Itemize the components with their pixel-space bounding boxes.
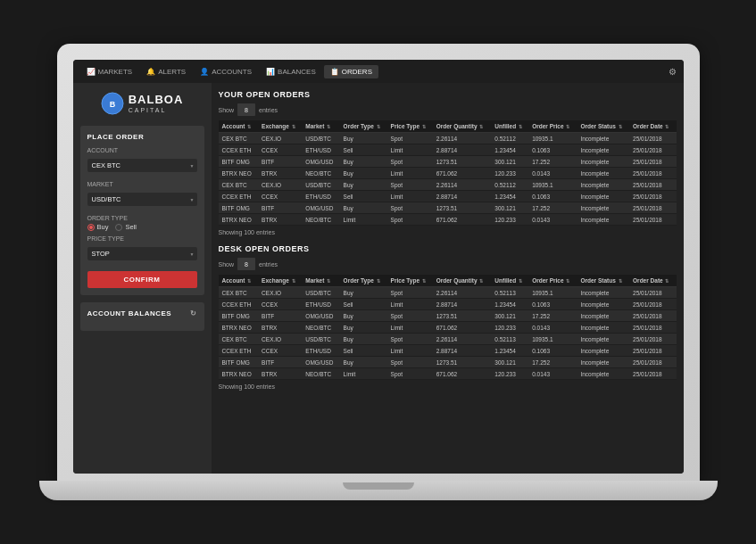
- col-status: Order Status ⇅: [577, 120, 629, 133]
- sort-price-type[interactable]: ⇅: [422, 124, 426, 129]
- sort-status[interactable]: ⇅: [619, 124, 622, 129]
- tab-markets[interactable]: 📈 MARKETS: [80, 65, 139, 78]
- cell-market: USD/BTC: [302, 334, 339, 345]
- cell-price: 17.252: [528, 202, 577, 214]
- cell-price-type: Spot: [387, 133, 433, 144]
- account-label: Account: [87, 147, 197, 153]
- tab-alerts[interactable]: 🔔 ALERTS: [140, 65, 192, 78]
- desk-col-account: Account ⇅: [219, 275, 259, 287]
- sell-label: Sell: [125, 223, 137, 231]
- cell-market: NEO/BTC: [302, 214, 339, 226]
- cell-date: 25/01/2018: [629, 322, 676, 334]
- cell-date: 25/01/2018: [629, 214, 676, 226]
- cell-unfilled: 120.233: [491, 322, 528, 334]
- cell-status: Incomplete: [577, 322, 629, 334]
- cell-quantity: 671.062: [433, 322, 492, 334]
- desk-sort-order-type[interactable]: ⇅: [377, 278, 380, 284]
- tab-orders-label: ORDERS: [342, 68, 372, 76]
- cell-date: 25/01/2018: [629, 368, 676, 380]
- cell-quantity: 1273.51: [433, 156, 492, 168]
- tab-alerts-label: ALERTS: [158, 68, 186, 76]
- cell-date: 25/01/2018: [629, 299, 676, 310]
- cell-quantity: 671.062: [433, 168, 492, 179]
- table-row: BITF OMG BITF OMG/USD Buy Spot 1273.51 3…: [219, 202, 677, 214]
- show-label-open: Show: [219, 107, 235, 113]
- refresh-icon[interactable]: ↻: [190, 309, 197, 317]
- table-row: BITF OMG BITF OMG/USD Buy Spot 1273.51 3…: [219, 310, 677, 322]
- cell-price: 17.252: [528, 357, 577, 368]
- market-select-wrapper: USD/BTC: [87, 189, 197, 210]
- tab-balances[interactable]: 📊 BALANCES: [260, 65, 322, 78]
- tab-orders[interactable]: 📋 ORDERS: [324, 65, 378, 78]
- cell-market: OMG/USD: [302, 357, 339, 368]
- show-label-desk: Show: [219, 261, 235, 268]
- confirm-button[interactable]: CONFIRM: [87, 271, 197, 288]
- sort-unfilled[interactable]: ⇅: [519, 124, 522, 129]
- showing-entries-desk: Showing 100 entries: [219, 383, 677, 390]
- desk-sort-status[interactable]: ⇅: [619, 278, 622, 284]
- cell-account: CCEX ETH: [219, 144, 259, 156]
- sort-date[interactable]: ⇅: [665, 124, 669, 129]
- sort-price[interactable]: ⇅: [566, 124, 569, 129]
- cell-exchange: CCEX: [258, 191, 302, 202]
- tab-accounts[interactable]: 👤 ACCOUNTS: [194, 65, 258, 78]
- cell-price: 0.1063: [528, 191, 577, 202]
- table-row: CCEX ETH CCEX ETH/USD Sell Limit 2.88714…: [219, 144, 677, 156]
- cell-status: Incomplete: [577, 133, 629, 144]
- cell-order-type: Buy: [340, 334, 387, 345]
- account-select[interactable]: CEX BTC: [87, 159, 197, 172]
- cell-price-type: Spot: [387, 368, 433, 380]
- cell-date: 25/01/2018: [629, 168, 676, 179]
- entries-input-desk[interactable]: [237, 258, 255, 270]
- sort-quantity[interactable]: ⇅: [479, 124, 483, 129]
- right-panel: YOUR OPEN ORDERS Show entries Account ⇅: [212, 83, 684, 474]
- settings-button[interactable]: ⚙: [669, 67, 677, 77]
- entries-input-open[interactable]: [237, 103, 255, 116]
- desk-sort-account[interactable]: ⇅: [247, 278, 251, 284]
- logo-subtext: CAPITAL: [129, 107, 184, 113]
- cell-quantity: 2.88714: [433, 299, 492, 310]
- cell-market: NEO/BTC: [302, 322, 339, 334]
- sort-market[interactable]: ⇅: [327, 124, 330, 129]
- desk-sort-market[interactable]: ⇅: [327, 278, 330, 284]
- cell-unfilled: 1.23454: [491, 345, 528, 357]
- svg-text:B: B: [109, 100, 115, 109]
- cell-price-type: Limit: [387, 168, 433, 179]
- cell-price: 0.0143: [528, 322, 577, 334]
- col-price-type: Price Type ⇅: [387, 120, 433, 133]
- sell-radio-label[interactable]: Sell: [115, 223, 137, 231]
- cell-price-type: Spot: [387, 214, 433, 226]
- desk-sort-price-type[interactable]: ⇅: [422, 278, 426, 284]
- market-select[interactable]: USD/BTC: [87, 193, 197, 206]
- price-type-select[interactable]: STOP: [87, 247, 197, 260]
- buy-label: Buy: [97, 223, 109, 231]
- buy-radio-label[interactable]: Buy: [87, 223, 109, 231]
- desk-sort-price[interactable]: ⇅: [566, 278, 569, 284]
- cell-price-type: Spot: [387, 310, 433, 322]
- open-orders-header-row: Account ⇅ Exchange ⇅ Market ⇅ Order Type…: [219, 120, 677, 133]
- cell-account: CEX BTC: [219, 133, 259, 144]
- desk-col-order-type: Order Type ⇅: [340, 275, 387, 287]
- sort-order-type[interactable]: ⇅: [377, 124, 380, 129]
- desk-sort-date[interactable]: ⇅: [665, 278, 669, 284]
- cell-exchange: CEX.IO: [258, 133, 302, 144]
- showing-entries-open: Showing 100 entries: [219, 229, 677, 235]
- cell-exchange: BTRX: [258, 214, 302, 226]
- cell-price-type: Limit: [387, 345, 433, 357]
- order-type-label: Order Type: [87, 215, 197, 221]
- desk-sort-quantity[interactable]: ⇅: [479, 278, 483, 284]
- cell-order-type: Buy: [340, 287, 387, 299]
- cell-status: Incomplete: [577, 357, 629, 368]
- cell-price-type: Limit: [387, 191, 433, 202]
- table-row: CEX BTC CEX.IO USD/BTC Buy Spot 2.26114 …: [219, 334, 677, 345]
- cell-status: Incomplete: [577, 334, 629, 345]
- desk-sort-exchange[interactable]: ⇅: [292, 278, 295, 284]
- markets-icon: 📈: [87, 68, 96, 76]
- table-row: BITF OMG BITF OMG/USD Buy Spot 1273.51 3…: [219, 357, 677, 368]
- left-panel: B BALBOA CAPITAL PLACE ORDER: [73, 83, 212, 474]
- show-entries-open: Show entries: [219, 103, 677, 116]
- desk-sort-unfilled[interactable]: ⇅: [519, 278, 522, 284]
- sort-account[interactable]: ⇅: [247, 124, 251, 129]
- sort-exchange[interactable]: ⇅: [292, 124, 295, 129]
- cell-unfilled: 1.23454: [491, 144, 528, 156]
